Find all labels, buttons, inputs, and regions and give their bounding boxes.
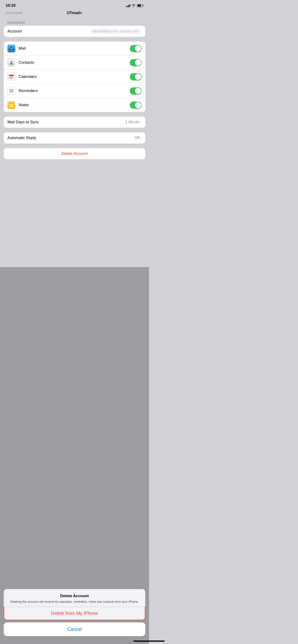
sync-toggles-card: Mail Contacts M T W [4, 42, 145, 112]
calendars-toggle[interactable] [130, 73, 142, 80]
contacts-toggle-row[interactable]: Contacts [4, 56, 145, 70]
calendars-app-icon: M T W 5 [8, 73, 15, 81]
account-card: Account utemail@austin.utexas.edu › [4, 26, 145, 37]
page-title: UTmail+ [67, 11, 82, 15]
svg-point-8 [9, 89, 10, 90]
mail-toggle-row[interactable]: Mail [4, 42, 145, 56]
reminders-toggle[interactable] [130, 88, 142, 94]
notes-toggle[interactable] [130, 102, 142, 109]
settings-content: EXCHANGE Account utemail@austin.utexas.e… [0, 18, 149, 159]
status-time: 10:32 [6, 3, 16, 8]
notes-toggle-row[interactable]: Notes [4, 98, 145, 112]
automatic-reply-row[interactable]: Automatic Reply Off › [4, 132, 145, 144]
svg-text:5: 5 [11, 76, 12, 78]
mail-days-to-sync-row[interactable]: Mail Days to Sync 1 Month › [4, 116, 145, 128]
reminders-toggle-row[interactable]: Reminders [4, 84, 145, 98]
calendars-label: Calendars [19, 74, 127, 79]
chevron-right-icon: › [140, 120, 142, 124]
contacts-toggle[interactable] [130, 59, 142, 66]
svg-point-9 [9, 90, 10, 91]
svg-point-2 [11, 61, 12, 63]
account-value: utemail@austin.utexas.edu › [91, 29, 142, 34]
back-button[interactable]: ‹ Accounts [4, 10, 23, 16]
notes-label: Notes [19, 103, 127, 107]
account-email: utemail@austin.utexas.edu [91, 29, 139, 34]
mail-days-value-text: 1 Month [125, 120, 139, 124]
chevron-right-icon: › [140, 30, 142, 34]
account-row[interactable]: Account utemail@austin.utexas.edu › [4, 26, 145, 37]
battery-icon [137, 4, 143, 7]
nav-header: ‹ Accounts UTmail+ [0, 10, 149, 18]
notes-app-icon [8, 101, 15, 109]
mail-app-icon [8, 44, 15, 52]
wifi-icon [132, 4, 136, 7]
delete-account-button[interactable]: Delete Account [4, 148, 145, 159]
automatic-reply-label: Automatic Reply [8, 136, 36, 140]
signal-icon [126, 4, 130, 7]
automatic-reply-value-text: Off [134, 136, 139, 140]
svg-point-10 [9, 92, 10, 92]
mail-label: Mail [19, 46, 127, 51]
delete-account-label: Delete Account [61, 152, 88, 156]
calendars-toggle-row[interactable]: M T W 5 Calendars [4, 70, 145, 84]
status-icons [126, 4, 143, 7]
svg-rect-5 [9, 76, 14, 76]
svg-rect-15 [9, 102, 14, 104]
svg-rect-1 [9, 47, 14, 50]
contacts-app-icon [8, 59, 15, 66]
contacts-label: Contacts [19, 60, 127, 65]
chevron-left-icon: ‹ [4, 10, 5, 16]
account-label: Account [8, 29, 22, 34]
back-label: Accounts [6, 11, 23, 15]
reminders-app-icon [8, 87, 15, 95]
automatic-reply-value: Off › [134, 136, 142, 140]
mail-days-value: 1 Month › [125, 120, 142, 124]
chevron-right-icon: › [140, 136, 142, 140]
reminders-label: Reminders [19, 88, 127, 93]
exchange-section-label: EXCHANGE [4, 18, 145, 26]
mail-days-label: Mail Days to Sync [8, 120, 39, 124]
mail-toggle[interactable] [130, 45, 142, 52]
status-bar: 10:32 [0, 0, 149, 10]
alert-backdrop [0, 267, 149, 322]
